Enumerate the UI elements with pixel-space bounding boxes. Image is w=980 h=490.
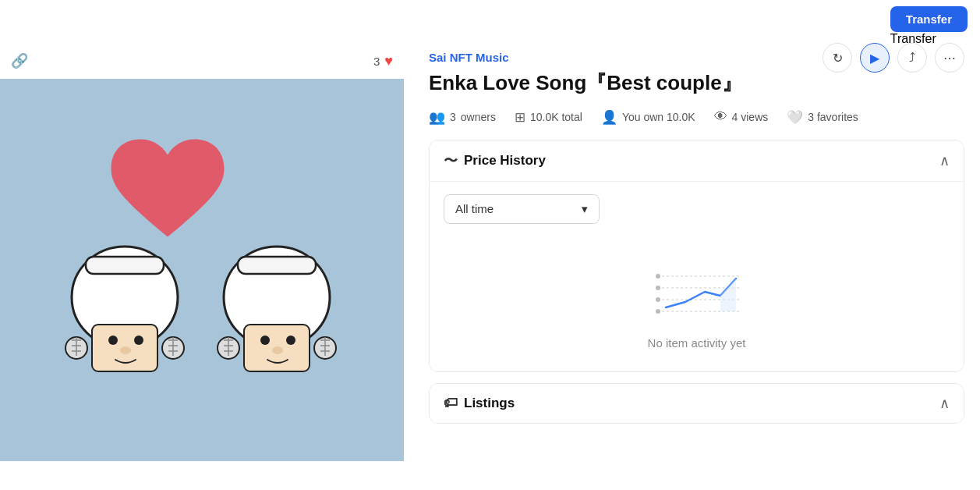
- listings-icon: 🏷: [444, 395, 458, 411]
- total-meta: ⊞ 10.0K total: [515, 109, 582, 126]
- you-own-label: You own 10.0K: [622, 111, 695, 123]
- views-label: 4 views: [732, 111, 769, 123]
- svg-point-40: [656, 274, 660, 279]
- like-count: 3 ♥: [373, 53, 393, 69]
- meta-row: 👥 3 owners ⊞ 10.0K total 👤 You own 10.0K…: [429, 109, 964, 126]
- listings-section: 🏷 Listings ∧: [429, 383, 964, 424]
- owners-meta: 👥 3 owners: [429, 109, 496, 126]
- owners-label: owners: [461, 111, 496, 123]
- svg-point-38: [656, 297, 660, 302]
- total-label: 10.0K total: [530, 111, 582, 123]
- favorites-label: 3 favorites: [808, 111, 858, 123]
- price-history-chevron: ∧: [939, 152, 950, 169]
- views-meta: 👁 4 views: [714, 109, 769, 125]
- person-icon: 👤: [601, 109, 617, 126]
- svg-point-21: [286, 336, 295, 345]
- nft-title: Enka Love Song『Best couple』: [429, 70, 964, 97]
- listings-chevron: ∧: [939, 395, 950, 412]
- price-history-header[interactable]: 〜 Price History ∧: [430, 140, 964, 181]
- listings-header[interactable]: 🏷 Listings ∧: [430, 384, 964, 423]
- svg-point-5: [134, 336, 143, 345]
- right-panel: Sai NFT Music Enka Love Song『Best couple…: [413, 43, 980, 490]
- nft-image: [0, 79, 404, 461]
- favorites-meta: 🤍 3 favorites: [787, 109, 858, 126]
- owners-icon: 👥: [429, 109, 445, 126]
- svg-point-37: [656, 309, 660, 314]
- link-icon[interactable]: 🔗: [11, 52, 28, 69]
- grid-icon: ⊞: [515, 109, 525, 126]
- heart-icon[interactable]: ♥: [384, 53, 393, 69]
- no-activity-text: No item activity yet: [648, 336, 746, 350]
- chart-placeholder: [646, 257, 748, 327]
- svg-point-6: [120, 346, 131, 354]
- price-history-header-left: 〜 Price History: [444, 151, 546, 170]
- listings-title: Listings: [464, 396, 515, 411]
- eye-icon: 👁: [714, 109, 727, 125]
- svg-point-4: [108, 336, 118, 345]
- svg-rect-0: [0, 79, 404, 461]
- image-toolbar: 🔗 3 ♥: [0, 43, 404, 79]
- svg-marker-41: [720, 279, 736, 311]
- listings-header-left: 🏷 Listings: [444, 395, 515, 411]
- price-history-title: Price History: [464, 153, 546, 169]
- favorites-icon: 🤍: [787, 109, 803, 126]
- nft-artwork: [0, 79, 404, 461]
- chevron-down-icon: ▾: [582, 202, 588, 216]
- left-panel: 🔗 3 ♥: [0, 43, 404, 490]
- time-filter-dropdown[interactable]: All time ▾: [444, 194, 600, 224]
- transfer-button[interactable]: Transfer: [890, 6, 968, 32]
- price-history-body: All time ▾: [430, 181, 964, 371]
- price-history-section: 〜 Price History ∧ All time ▾: [429, 140, 964, 372]
- svg-point-39: [656, 286, 660, 290]
- you-own-meta: 👤 You own 10.0K: [601, 109, 695, 126]
- svg-rect-2: [86, 257, 164, 274]
- svg-rect-18: [238, 257, 316, 274]
- svg-point-20: [260, 336, 270, 345]
- dropdown-value: All time: [455, 202, 494, 215]
- owners-count: 3: [450, 111, 456, 123]
- svg-point-22: [272, 346, 283, 354]
- collection-name[interactable]: Sai NFT Music: [429, 51, 964, 64]
- like-number: 3: [373, 55, 380, 68]
- no-activity-area: No item activity yet: [444, 238, 950, 356]
- price-history-icon: 〜: [444, 151, 458, 170]
